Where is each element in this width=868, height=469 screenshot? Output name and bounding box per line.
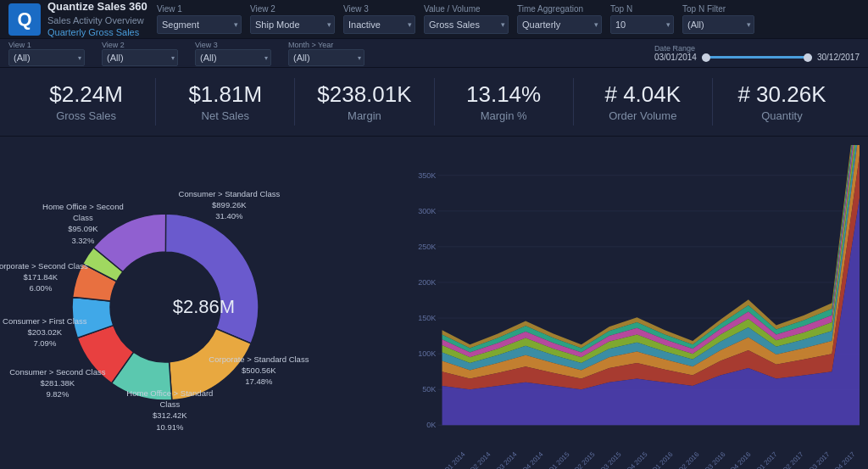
- topn-select-wrapper[interactable]: 10520: [610, 15, 674, 34]
- kpi-value-5: # 30.26K: [713, 81, 851, 108]
- main-content: $2.86M Consumer > Standard Class $899.26…: [0, 137, 868, 469]
- kpi-label-4: Order Volume: [574, 109, 712, 122]
- time-agg-select-wrapper[interactable]: QuarterlyMonthlyYearly: [517, 15, 602, 34]
- area-layer-0: [442, 197, 860, 425]
- donut-segment-0[interactable]: [165, 214, 259, 343]
- time-agg-label: Time Aggregation: [517, 4, 602, 14]
- header-controls: View 1 SegmentCategoryRegion View 2 Ship…: [157, 4, 860, 34]
- view1-control: View 1 SegmentCategoryRegion: [157, 4, 242, 34]
- filter-view3: View 3 (All): [195, 41, 271, 66]
- view3-select[interactable]: InactiveCategory: [343, 15, 415, 34]
- segment-label-home-standard: Home Office > Standard Class $312.42K 10…: [119, 388, 220, 433]
- svg-text:300K: 300K: [418, 207, 436, 215]
- topn-filter-label: Top N Filter: [682, 4, 754, 14]
- filter-view2: View 2 (All): [102, 41, 178, 66]
- segment-label-home-second: Home Office > Second Class $95.09K 3.32%: [34, 201, 131, 246]
- app-title-group: Quantize Sales 360 Sales Activity Overvi…: [47, 0, 147, 38]
- slider-track[interactable]: [702, 56, 812, 59]
- app-breadcrumb: Quarterly Gross Sales: [47, 26, 147, 38]
- filter-view2-select[interactable]: (All): [102, 49, 178, 66]
- view2-select-wrapper[interactable]: Ship ModeCategory: [250, 15, 335, 34]
- svg-text:50K: 50K: [422, 385, 436, 394]
- svg-text:150K: 150K: [418, 314, 436, 322]
- value-volume-label: Value / Volume: [424, 4, 509, 14]
- svg-text:100K: 100K: [418, 349, 436, 358]
- kpi-item-2: $238.01K Margin: [295, 78, 434, 126]
- logo-area: Q Quantize Sales 360 Sales Activity Over…: [8, 0, 157, 38]
- kpi-item-0: $2.24M Gross Sales: [17, 78, 156, 126]
- date-range-group: Date Range 03/01/2014 30/12/2017: [654, 44, 860, 62]
- kpi-label-0: Gross Sales: [17, 109, 155, 122]
- date-range-end: 30/12/2017: [817, 53, 860, 62]
- view2-select[interactable]: Ship ModeCategory: [250, 15, 335, 34]
- view3-label: View 3: [343, 4, 415, 14]
- view2-label: View 2: [250, 4, 335, 14]
- slider-thumb-right[interactable]: [804, 53, 812, 62]
- kpi-value-2: $238.01K: [295, 81, 433, 108]
- svg-text:0K: 0K: [426, 422, 436, 430]
- value-volume-select[interactable]: Gross SalesNet SalesMargin: [424, 15, 509, 34]
- view3-select-wrapper[interactable]: InactiveCategory: [343, 15, 415, 34]
- top-header: Q Quantize Sales 360 Sales Activity Over…: [0, 0, 868, 39]
- topn-filter-control: Top N Filter (All)Top 5Top 10: [682, 4, 754, 34]
- svg-text:200K: 200K: [418, 278, 436, 287]
- view1-label: View 1: [157, 4, 242, 14]
- date-range-start: 03/01/2014: [654, 53, 697, 62]
- view1-select-wrapper[interactable]: SegmentCategoryRegion: [157, 15, 242, 34]
- kpi-item-3: 13.14% Margin %: [435, 78, 574, 126]
- view3-control: View 3 InactiveCategory: [343, 4, 415, 34]
- kpi-label-2: Margin: [295, 109, 433, 122]
- time-agg-control: Time Aggregation QuarterlyMonthlyYearly: [517, 4, 602, 34]
- area-chart-svg: 350K300K250K200K150K100K50K0K: [412, 145, 860, 455]
- kpi-item-1: $1.81M Net Sales: [156, 78, 295, 126]
- topn-control: Top N 10520: [610, 4, 674, 34]
- filter-view2-label: View 2: [102, 41, 178, 49]
- kpi-value-4: # 4.04K: [574, 81, 712, 108]
- segment-label-corporate-second: Corporate > Second Class $171.84K 6.00%: [0, 260, 89, 294]
- filter-row: View 1 (All) View 2 (All) View 3 (All) M…: [0, 39, 868, 68]
- value-volume-control: Value / Volume Gross SalesNet SalesMargi…: [424, 4, 509, 34]
- segment-label-consumer-first: Consumer > First Class $203.02K 7.09%: [0, 315, 93, 349]
- svg-text:250K: 250K: [418, 243, 436, 251]
- kpi-value-1: $1.81M: [156, 81, 294, 108]
- topn-label: Top N: [610, 4, 674, 14]
- segment-label-consumer-standard: Consumer > Standard Class $899.26K 31.40…: [178, 188, 280, 222]
- app-logo: Q: [8, 3, 41, 36]
- filter-view1-select[interactable]: (All): [8, 49, 85, 66]
- filter-month-year: Month > Year (All): [288, 41, 364, 66]
- kpi-label-3: Margin %: [435, 109, 573, 122]
- value-volume-select-wrapper[interactable]: Gross SalesNet SalesMargin: [424, 15, 509, 34]
- filter-view3-select[interactable]: (All): [195, 49, 271, 66]
- donut-area: $2.86M Consumer > Standard Class $899.26…: [0, 137, 403, 469]
- chart-area: 350K300K250K200K150K100K50K0K Q1 2014Q2 …: [403, 137, 868, 469]
- app-subtitle: Sales Activity Overview: [47, 14, 147, 26]
- topn-filter-select-wrapper[interactable]: (All)Top 5Top 10: [682, 15, 754, 34]
- filter-month-year-label: Month > Year: [288, 41, 364, 49]
- kpi-value-0: $2.24M: [17, 81, 155, 108]
- chart-x-labels: Q1 2014Q2 2014Q3 2014Q4 2014Q1 2015Q2 20…: [412, 458, 860, 467]
- app-title: Quantize Sales 360: [47, 0, 147, 14]
- kpi-item-4: # 4.04K Order Volume: [574, 78, 713, 126]
- date-range-label: Date Range: [654, 44, 860, 53]
- slider-thumb-left[interactable]: [702, 53, 710, 62]
- view2-control: View 2 Ship ModeCategory: [250, 4, 335, 34]
- segment-label-corporate-standard: Corporate > Standard Class $500.56K 17.4…: [208, 354, 309, 388]
- view1-select[interactable]: SegmentCategoryRegion: [157, 15, 242, 34]
- time-agg-select[interactable]: QuarterlyMonthlyYearly: [517, 15, 602, 34]
- segment-label-consumer-second: Consumer > Second Class $281.38K 9.82%: [8, 366, 106, 400]
- kpi-label-5: Quantity: [713, 109, 851, 122]
- svg-text:350K: 350K: [418, 171, 436, 180]
- kpi-row: $2.24M Gross Sales$1.81M Net Sales$238.0…: [0, 68, 868, 137]
- filter-view1-label: View 1: [8, 41, 85, 49]
- donut-container: $2.86M Consumer > Standard Class $899.26…: [42, 184, 364, 430]
- kpi-label-1: Net Sales: [156, 109, 294, 122]
- topn-select[interactable]: 10520: [610, 15, 674, 34]
- filter-month-year-select[interactable]: (All): [288, 49, 364, 66]
- filter-view1: View 1 (All): [8, 41, 85, 66]
- kpi-value-3: 13.14%: [435, 81, 573, 108]
- filter-view3-label: View 3: [195, 41, 271, 49]
- date-range-slider: 03/01/2014 30/12/2017: [654, 53, 860, 62]
- topn-filter-select[interactable]: (All)Top 5Top 10: [682, 15, 754, 34]
- kpi-item-5: # 30.26K Quantity: [713, 78, 851, 126]
